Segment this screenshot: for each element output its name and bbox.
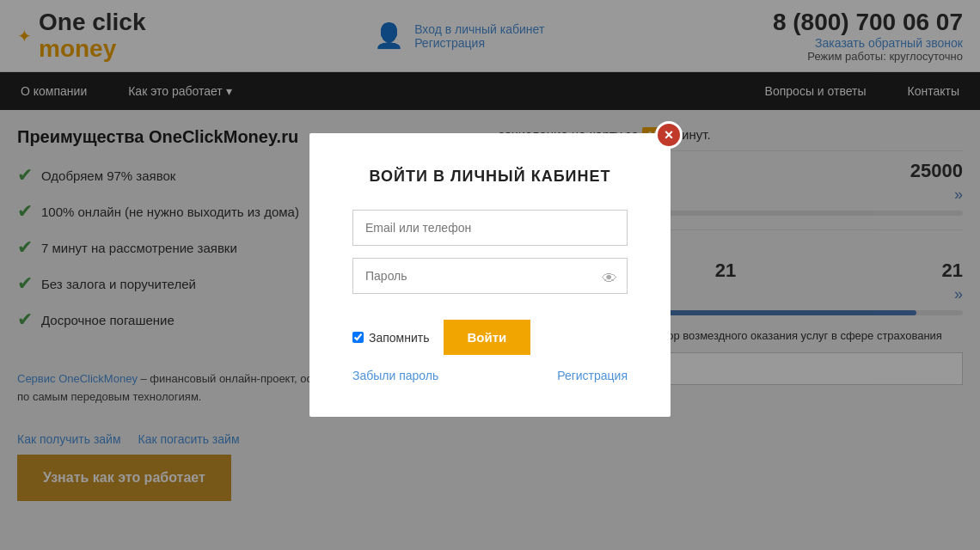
password-field[interactable] xyxy=(352,258,628,294)
login-button[interactable]: Войти xyxy=(444,320,531,355)
modal-links: Забыли пароль Регистрация xyxy=(352,369,628,382)
email-field[interactable] xyxy=(352,210,628,246)
modal-actions: Запомнить Войти xyxy=(352,320,628,355)
remember-label: Запомнить xyxy=(352,331,430,345)
remember-text: Запомнить xyxy=(369,331,430,345)
modal-title: ВОЙТИ В ЛИЧНЫЙ КАБИНЕТ xyxy=(352,168,628,186)
eye-icon: 👁 xyxy=(602,270,617,288)
forgot-password-link[interactable]: Забыли пароль xyxy=(352,369,438,382)
modal-close-button[interactable]: × xyxy=(655,121,683,149)
modal-register-link[interactable]: Регистрация xyxy=(557,369,628,382)
modal-overlay[interactable]: × ВОЙТИ В ЛИЧНЫЙ КАБИНЕТ 👁 Запомнить Вой… xyxy=(0,0,980,518)
password-row: 👁 xyxy=(352,258,628,306)
modal: × ВОЙТИ В ЛИЧНЫЙ КАБИНЕТ 👁 Запомнить Вой… xyxy=(309,133,671,417)
remember-checkbox[interactable] xyxy=(352,332,364,343)
